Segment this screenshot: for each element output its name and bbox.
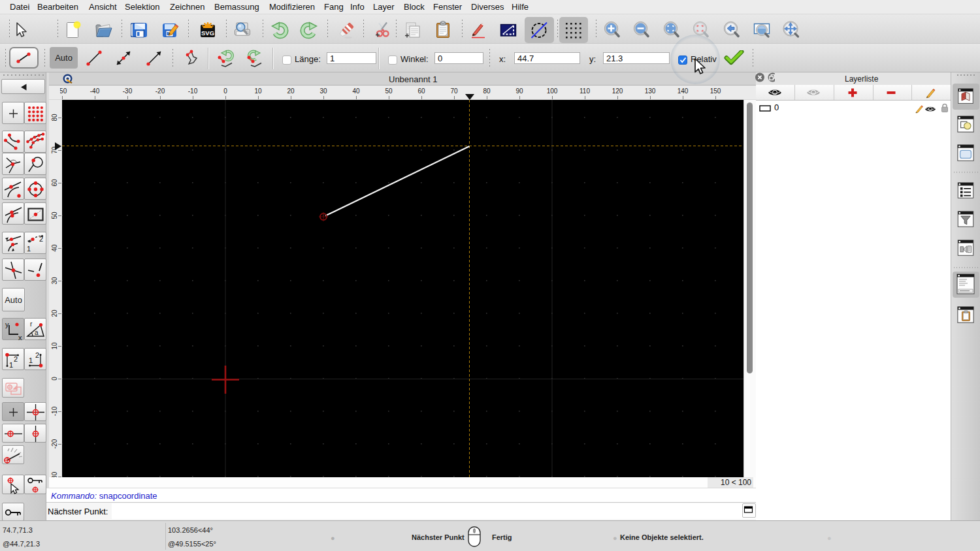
svg-text:1: 1 — [29, 356, 33, 364]
svg-text:r: r — [30, 321, 33, 328]
svg-text:2: 2 — [39, 235, 43, 243]
svg-text:2: 2 — [35, 351, 39, 359]
svg-text:a: a — [35, 329, 39, 336]
svg-text:y: y — [5, 321, 9, 328]
svg-text:1: 1 — [9, 361, 13, 369]
svg-text:2: 2 — [14, 355, 18, 363]
svg-text:1: 1 — [27, 245, 31, 253]
svg-text:SVG: SVG — [201, 29, 214, 37]
svg-text:x: x — [18, 334, 22, 341]
